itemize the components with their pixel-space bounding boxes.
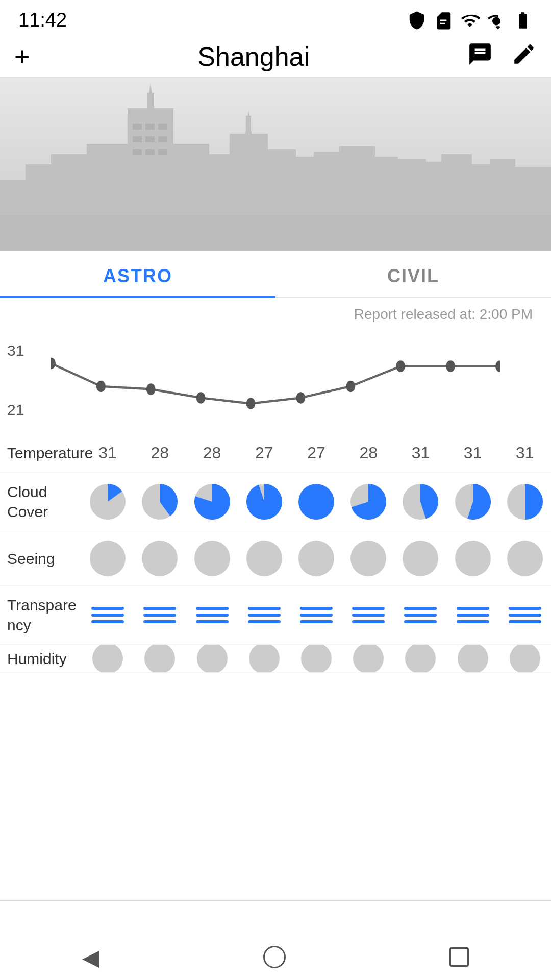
report-line: Report released at: 2:00 PM bbox=[0, 298, 551, 327]
svg-point-52 bbox=[298, 484, 334, 520]
cloud-cover-row: CloudCover bbox=[0, 473, 551, 531]
temp-cell-2: 28 bbox=[186, 444, 238, 462]
signal-icon bbox=[487, 11, 506, 30]
cloud-pie bbox=[400, 482, 440, 522]
add-button[interactable]: + bbox=[14, 43, 30, 70]
svg-point-43 bbox=[296, 392, 305, 404]
cloud-pie-0 bbox=[88, 482, 128, 522]
seeing-cell-1 bbox=[134, 541, 186, 576]
svg-rect-11 bbox=[147, 93, 154, 121]
svg-rect-17 bbox=[158, 136, 167, 142]
top-bar-actions bbox=[467, 41, 537, 72]
humidity-dot-3 bbox=[249, 645, 280, 673]
humidity-cell-1 bbox=[134, 645, 186, 673]
svg-point-39 bbox=[96, 381, 106, 393]
temperature-row: Temperature 31 28 28 27 27 28 31 31 31 bbox=[0, 434, 551, 473]
transparency-cell-0 bbox=[82, 607, 134, 623]
home-button[interactable] bbox=[263, 946, 286, 968]
cloud-cell-6 bbox=[394, 482, 446, 522]
tab-civil[interactable]: CIVIL bbox=[276, 251, 551, 297]
transparency-icon-2 bbox=[196, 607, 229, 623]
cloud-cell-0 bbox=[82, 482, 134, 522]
seeing-cell-5 bbox=[342, 541, 394, 576]
cloud-pie bbox=[296, 482, 336, 522]
status-time: 11:42 bbox=[18, 9, 67, 31]
transparency-cells bbox=[82, 607, 551, 623]
cloud-cover-cells bbox=[82, 482, 551, 522]
seeing-dot-3 bbox=[246, 541, 282, 576]
svg-rect-16 bbox=[145, 136, 155, 142]
svg-point-47 bbox=[495, 360, 500, 372]
temp-cell-8: 31 bbox=[499, 444, 551, 462]
svg-point-40 bbox=[146, 383, 156, 395]
battery-icon bbox=[513, 11, 533, 30]
cloud-pie-1 bbox=[140, 482, 180, 522]
transparency-icon-5 bbox=[352, 607, 385, 623]
svg-rect-19 bbox=[145, 149, 155, 155]
cloud-cell-5 bbox=[342, 482, 394, 522]
back-button[interactable]: ◀ bbox=[82, 944, 99, 970]
top-bar: + Shanghai bbox=[0, 36, 551, 78]
seeing-dot-7 bbox=[455, 541, 491, 576]
transparency-cell-2 bbox=[186, 607, 238, 623]
seeing-dot-8 bbox=[507, 541, 543, 576]
recents-button[interactable] bbox=[449, 947, 469, 967]
cloud-pie bbox=[244, 482, 284, 522]
cloud-cell-4 bbox=[290, 482, 342, 522]
svg-point-44 bbox=[346, 381, 355, 393]
humidity-cell-8 bbox=[499, 645, 551, 673]
chart-y-min: 21 bbox=[7, 401, 24, 419]
humidity-dot-5 bbox=[353, 645, 384, 673]
transparency-cell-3 bbox=[238, 607, 290, 623]
seeing-dot-0 bbox=[90, 541, 126, 576]
sim-icon bbox=[434, 11, 453, 30]
svg-rect-20 bbox=[158, 149, 167, 155]
svg-rect-12 bbox=[133, 124, 142, 130]
transparency-cell-8 bbox=[499, 607, 551, 623]
cloud-cell-8 bbox=[499, 482, 551, 522]
svg-rect-18 bbox=[133, 149, 142, 155]
skyline-image bbox=[0, 78, 551, 251]
svg-rect-15 bbox=[133, 136, 142, 142]
svg-rect-13 bbox=[145, 124, 155, 130]
transparency-label: Transparency bbox=[0, 595, 82, 635]
cloud-cell-3 bbox=[238, 482, 290, 522]
transparency-cell-7 bbox=[447, 607, 499, 623]
humidity-dot-7 bbox=[458, 645, 488, 673]
cloud-pie-8 bbox=[505, 482, 545, 522]
seeing-dot-1 bbox=[142, 541, 178, 576]
transparency-cell-5 bbox=[342, 607, 394, 623]
temp-cell-6: 31 bbox=[394, 444, 446, 462]
seeing-cell-7 bbox=[447, 541, 499, 576]
cloud-pie-4 bbox=[296, 482, 336, 522]
chat-icon[interactable] bbox=[467, 41, 493, 72]
humidity-cell-2 bbox=[186, 645, 238, 673]
transparency-icon-1 bbox=[143, 607, 176, 623]
temperature-cells: 31 28 28 27 27 28 31 31 31 bbox=[82, 444, 551, 462]
edit-icon[interactable] bbox=[511, 41, 537, 72]
status-icons bbox=[407, 11, 533, 30]
svg-point-41 bbox=[196, 392, 206, 404]
seeing-label: Seeing bbox=[0, 549, 82, 569]
svg-point-38 bbox=[51, 358, 56, 370]
svg-point-42 bbox=[246, 398, 256, 409]
humidity-cell-5 bbox=[342, 645, 394, 673]
temp-cell-0: 31 bbox=[82, 444, 134, 462]
seeing-dot-5 bbox=[350, 541, 386, 576]
cloud-pie-3 bbox=[244, 482, 284, 522]
cloud-pie-7 bbox=[453, 482, 493, 522]
cloud-pie bbox=[88, 482, 128, 522]
temp-cell-4: 27 bbox=[290, 444, 342, 462]
cloud-pie bbox=[348, 482, 388, 522]
seeing-cell-8 bbox=[499, 541, 551, 576]
cloud-cover-label: CloudCover bbox=[0, 482, 82, 522]
seeing-cells bbox=[82, 541, 551, 576]
svg-rect-37 bbox=[0, 215, 551, 251]
page-title: Shanghai bbox=[40, 41, 467, 72]
svg-rect-14 bbox=[158, 124, 167, 130]
temp-cell-3: 27 bbox=[238, 444, 290, 462]
humidity-cell-4 bbox=[290, 645, 342, 673]
svg-point-45 bbox=[396, 360, 405, 372]
cloud-pie bbox=[453, 482, 493, 522]
tab-astro[interactable]: ASTRO bbox=[0, 251, 276, 297]
